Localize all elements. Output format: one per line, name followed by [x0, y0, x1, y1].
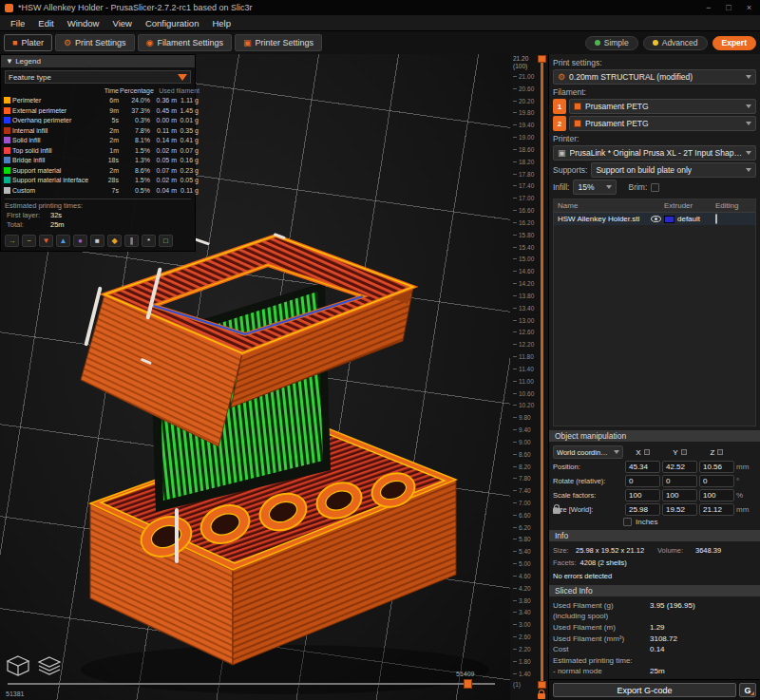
- feature-time: 1m: [103, 147, 120, 154]
- extruder-badge[interactable]: 1: [553, 99, 566, 114]
- mode-simple[interactable]: Simple: [585, 36, 638, 50]
- z-value-field[interactable]: 100: [699, 489, 734, 501]
- legend-collapse-header[interactable]: ▼ Legend: [1, 55, 195, 67]
- close-icon[interactable]: ×: [747, 3, 751, 12]
- feature-name: Support material interface: [12, 177, 103, 183]
- z-value-field[interactable]: 0: [699, 475, 734, 487]
- x-value-field[interactable]: 25.98: [625, 503, 660, 516]
- export-bar: Export G-code G: [549, 679, 760, 700]
- feature-percentage: 1.5%: [120, 177, 151, 183]
- legend-toggle-icon[interactable]: ▲: [56, 235, 70, 247]
- y-value-field[interactable]: 0: [662, 475, 697, 487]
- hslider-track[interactable]: [8, 683, 495, 685]
- axis-y-header: Y: [662, 448, 697, 457]
- legend-toggle-icon[interactable]: ●: [73, 235, 87, 247]
- filament-color-swatch: [574, 120, 581, 127]
- maximize-icon[interactable]: □: [726, 3, 731, 12]
- filament-selectors: 1 Prusament PETG 2 Prusament PETG: [553, 99, 756, 131]
- z-value-field[interactable]: 21.12: [699, 503, 734, 516]
- layer-tick: 17.80: [513, 171, 534, 178]
- tab-print-settings[interactable]: ⚙ Print Settings: [55, 34, 135, 51]
- legend-toggle-icon[interactable]: ◆: [107, 235, 122, 247]
- editor-view-icon[interactable]: [6, 654, 30, 677]
- menu-item[interactable]: File: [4, 17, 31, 29]
- preview-layers-icon[interactable]: [37, 654, 62, 677]
- layer-tick: 9.80: [513, 414, 534, 421]
- extruder-badge[interactable]: 2: [553, 116, 566, 131]
- x-value-field[interactable]: 100: [625, 489, 660, 501]
- filament-select[interactable]: Prusament PETG: [569, 116, 756, 131]
- 3d-viewport[interactable]: ▼ Legend Feature type Time Percentage Us…: [0, 54, 510, 700]
- y-value-field[interactable]: 100: [662, 489, 697, 501]
- x-value-field[interactable]: 45.34: [625, 461, 660, 473]
- legend-toggle-icon[interactable]: □: [159, 235, 173, 247]
- legend-toggle-icon[interactable]: ~: [22, 235, 36, 247]
- tab-printer-settings[interactable]: ▣ Printer Settings: [235, 34, 322, 51]
- menu-item[interactable]: Edit: [31, 17, 60, 29]
- mode-advanced[interactable]: Advanced: [643, 36, 708, 50]
- brim-checkbox[interactable]: [651, 183, 659, 192]
- slider-lock-icon[interactable]: [538, 693, 545, 699]
- feature-filament-g: 0.11 g: [178, 187, 200, 194]
- uniform-scale-lock-icon[interactable]: [553, 508, 560, 514]
- legend-toggle-icon[interactable]: ∥: [124, 235, 139, 247]
- layer-tick: 9.40: [513, 426, 534, 433]
- legend-panel: ▼ Legend Feature type Time Percentage Us…: [0, 54, 196, 252]
- hslider-handle[interactable]: [464, 679, 472, 689]
- edit-object-icon[interactable]: [715, 214, 717, 224]
- layer-slider-lower-handle[interactable]: [538, 681, 546, 689]
- coordinates-select[interactable]: World coordinates: [553, 445, 623, 459]
- brim-label: Brim:: [628, 182, 647, 192]
- eye-icon[interactable]: [651, 216, 661, 222]
- printer-select[interactable]: ▣ PrusaLink * Original Prusa XL - 2T Inp…: [553, 145, 756, 161]
- legend-toggle-icon[interactable]: *: [142, 235, 156, 247]
- filter-funnel-icon[interactable]: [178, 74, 187, 81]
- layer-tick: 2.20: [513, 646, 534, 653]
- y-value-field[interactable]: 19.52: [662, 503, 697, 516]
- mirror-x-icon[interactable]: [644, 449, 650, 455]
- feature-time: 7s: [103, 187, 120, 194]
- export-gcode-button[interactable]: Export G-code: [553, 683, 736, 697]
- feature-percentage: 0.3%: [120, 117, 151, 123]
- tab-plater[interactable]: ■ Plater: [4, 34, 52, 51]
- tab-filament-settings[interactable]: ◉ Filament Settings: [138, 34, 232, 51]
- layer-tick: 17.40: [513, 182, 534, 189]
- gcode-file-icon[interactable]: G: [739, 683, 756, 697]
- menu-item[interactable]: Help: [205, 17, 238, 29]
- inches-checkbox[interactable]: [623, 518, 632, 526]
- layer-slider-track[interactable]: [541, 56, 543, 683]
- print-settings-select[interactable]: ⚙ 0.20mm STRUCTURAL (modified): [553, 69, 756, 85]
- mirror-z-icon[interactable]: [717, 449, 723, 455]
- layer-tick: 9.00: [513, 439, 534, 445]
- menu-item[interactable]: Window: [61, 17, 106, 29]
- infill-select[interactable]: 15%: [573, 180, 617, 195]
- y-value-field[interactable]: 42.52: [662, 461, 697, 473]
- x-value-field[interactable]: 0: [625, 475, 660, 487]
- layer-tick: 20.20: [513, 98, 534, 104]
- minimize-icon[interactable]: −: [706, 3, 711, 12]
- hslider-value-label: 51409: [456, 671, 474, 677]
- mode-expert[interactable]: Expert: [712, 36, 756, 50]
- feature-type-selector[interactable]: Feature type: [5, 70, 191, 84]
- supports-select[interactable]: Support on build plate only: [591, 162, 756, 178]
- feature-time: 28s: [103, 177, 120, 183]
- layer-tick: 12.60: [513, 329, 534, 335]
- filament-select[interactable]: Prusament PETG: [569, 99, 756, 114]
- menu-item[interactable]: View: [105, 17, 138, 29]
- layer-slider[interactable]: 21.20 (100) 21.0020.6020.2019.8019.4019.…: [510, 54, 548, 700]
- object-list-header: Name Extruder Editing: [554, 199, 755, 213]
- legend-toggle-icon[interactable]: ■: [90, 235, 104, 247]
- legend-toggle-icon[interactable]: ▼: [39, 235, 53, 247]
- layer-tick: 7.00: [513, 500, 534, 506]
- feature-filament-g: 0.01 g: [178, 117, 200, 123]
- filament-row: 1 Prusament PETG: [553, 99, 756, 114]
- mirror-y-icon[interactable]: [681, 449, 687, 455]
- object-row[interactable]: HSW Allenkey Holder.stl default: [554, 213, 755, 225]
- z-value-field[interactable]: 10.56: [699, 461, 734, 473]
- layer-slider-bottom-label: (1): [513, 681, 521, 688]
- layer-slider-upper-handle[interactable]: [538, 55, 546, 63]
- feature-time: 6m: [103, 97, 120, 104]
- legend-toggle-icon[interactable]: →: [5, 235, 19, 247]
- menu-item[interactable]: Configuration: [139, 17, 206, 29]
- layer-tick: 5.80: [513, 536, 534, 542]
